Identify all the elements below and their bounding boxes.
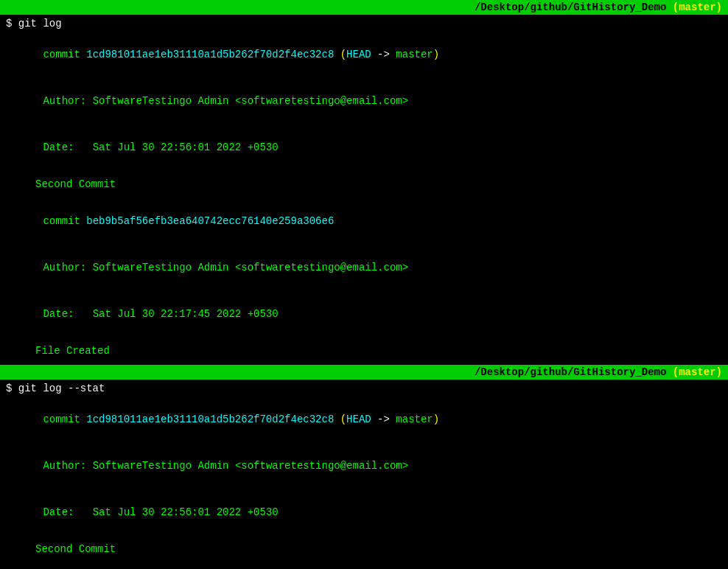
blank-3 [0, 338, 728, 343]
terminal: /Desktop/github/GitHistory_Demo (master)… [0, 0, 728, 569]
commit-1-date: Date: Sat Jul 30 22:56:01 2022 +0530 [0, 125, 728, 171]
title-bar-2: /Desktop/github/GitHistory_Demo (master) [0, 365, 728, 380]
section-git-log-stat: $ git log --stat commit 1cd981011ae1eb31… [0, 380, 728, 569]
section-git-log: $ git log commit 1cd981011ae1eb31110a1d5… [0, 15, 728, 365]
blank-1 [0, 171, 728, 177]
commit-1-author: Author: SoftwareTestingo Admin <software… [0, 78, 728, 125]
command-git-log-stat: $ git log --stat [0, 381, 728, 397]
stat-commit-1-hash-line: commit 1cd981011ae1eb31110a1d5b262f70d2f… [0, 397, 728, 443]
title-branch-2: (master) [673, 366, 722, 378]
blank-2 [0, 192, 728, 198]
stat-commit-1-message: Second Commit [0, 542, 728, 557]
commit-1-hash: 1cd981011ae1eb31110a1d5b262f70d2f4ec32c8 [86, 49, 334, 60]
blank-4 [0, 359, 728, 365]
commit-2-hash: beb9b5af56efb3ea640742ecc76140e259a306e6 [86, 215, 334, 227]
stat-commit-1-file: software.txt | 2 +- [0, 563, 728, 569]
stat-commit-1-date: Date: Sat Jul 30 22:56:01 2022 +0530 [0, 489, 728, 536]
stat-commit-1-author: Author: SoftwareTestingo Admin <software… [0, 443, 728, 489]
title-branch-1: (master) [673, 1, 722, 13]
command-git-log: $ git log [0, 16, 728, 32]
title-bar-1: /Desktop/github/GitHistory_Demo (master) [0, 0, 728, 15]
commit-2-date: Date: Sat Jul 30 22:17:45 2022 +0530 [0, 291, 728, 338]
commit-2-hash-line: commit beb9b5af56efb3ea640742ecc76140e25… [0, 198, 728, 245]
stat-commit-1-hash: 1cd981011ae1eb31110a1d5b262f70d2f4ec32c8 [86, 413, 334, 425]
commit-2-message: File Created [0, 343, 728, 359]
commit-1-message: Second Commit [0, 177, 728, 192]
commit-2-author: Author: SoftwareTestingo Admin <software… [0, 245, 728, 291]
blank-6 [0, 557, 728, 563]
title-path-1: /Desktop/github/GitHistory_Demo [475, 1, 666, 13]
blank-5 [0, 536, 728, 542]
commit-1-hash-line: commit 1cd981011ae1eb31110a1d5b262f70d2f… [0, 32, 728, 78]
title-path-2: /Desktop/github/GitHistory_Demo [475, 366, 666, 378]
